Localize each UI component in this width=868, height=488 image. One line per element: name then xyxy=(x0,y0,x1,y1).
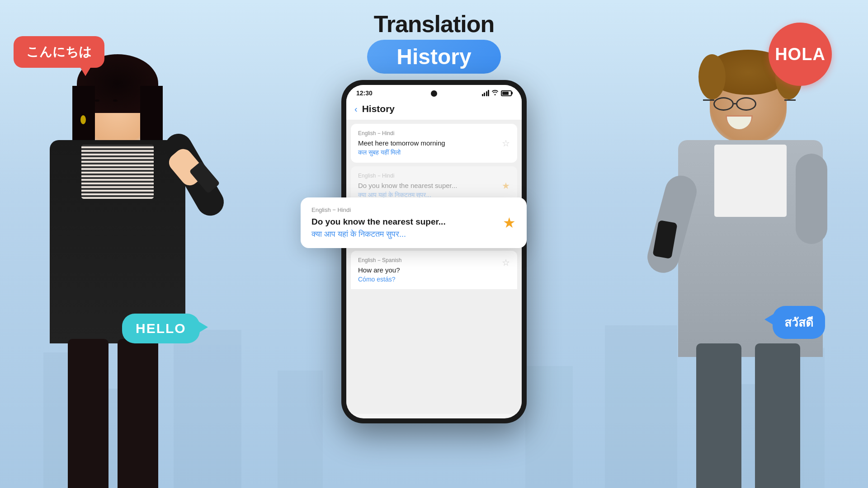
phone-screen: 12:30 xyxy=(346,85,522,418)
translation-list[interactable]: English − Hindi Meet here tomorrow morni… xyxy=(346,120,522,414)
card-1-lang: English − Hindi xyxy=(358,130,445,136)
app-screen-title: History xyxy=(362,103,395,114)
card-2-star[interactable]: ★ xyxy=(502,180,510,191)
center-column: Translation History English − Hindi Do y… xyxy=(341,0,527,423)
page-title-area: Translation History xyxy=(367,11,500,74)
floating-card[interactable]: English − Hindi Do you know the nearest … xyxy=(301,197,527,248)
person-right-area xyxy=(619,0,868,488)
wifi-icon xyxy=(491,90,499,97)
card-1-translated: कल सुबह यहीं मिलो xyxy=(358,149,445,156)
floating-card-content: English − Hindi Do you know the nearest … xyxy=(311,206,446,239)
battery-icon xyxy=(501,90,512,96)
card-2-content: English − Hindi Do you know the nearest … xyxy=(358,173,457,199)
phone-device: 12:30 xyxy=(341,80,527,423)
camera-notch xyxy=(431,90,437,97)
card-1-star[interactable]: ☆ xyxy=(502,138,510,149)
card-1-content: English − Hindi Meet here tomorrow morni… xyxy=(358,130,445,156)
phone-mockup-container: English − Hindi Do you know the nearest … xyxy=(341,80,527,423)
title-translation: Translation xyxy=(367,11,500,37)
translation-card-4[interactable]: English − Spanish How are you? Cómo está… xyxy=(351,251,517,289)
card-1-original: Meet here tomorrow morning xyxy=(358,139,445,147)
floating-star-button[interactable]: ★ xyxy=(503,214,516,231)
bubble-hello: HELLO xyxy=(122,314,200,343)
status-icons xyxy=(482,90,512,97)
person-left-area xyxy=(0,0,249,488)
bubble-japanese: こんにちは xyxy=(14,36,104,68)
title-history-badge: History xyxy=(367,40,500,74)
back-button[interactable]: ‹ xyxy=(354,104,358,113)
app-header: ‹ History xyxy=(346,99,522,120)
card-4-original: How are you? xyxy=(358,266,401,274)
bubble-sawadee: สวัสดี xyxy=(773,306,825,339)
card-2-lang: English − Hindi xyxy=(358,173,457,179)
card-4-translated: Cómo estás? xyxy=(358,276,401,283)
signal-icon xyxy=(482,90,490,96)
bubble-hola: HOLA xyxy=(769,23,832,86)
card-4-star[interactable]: ☆ xyxy=(502,257,510,268)
translation-card-1[interactable]: English − Hindi Meet here tomorrow morni… xyxy=(351,124,517,163)
card-4-lang: English − Spanish xyxy=(358,257,401,263)
card-4-content: English − Spanish How are you? Cómo está… xyxy=(358,257,401,283)
floating-card-lang: English − Hindi xyxy=(311,206,446,213)
floating-card-original: Do you know the nearest super... xyxy=(311,217,446,227)
card-2-original: Do you know the nearest super... xyxy=(358,182,457,189)
floating-card-translated: क्या आप यहां के निकटतम सुपर... xyxy=(311,230,446,239)
status-time: 12:30 xyxy=(356,89,373,97)
